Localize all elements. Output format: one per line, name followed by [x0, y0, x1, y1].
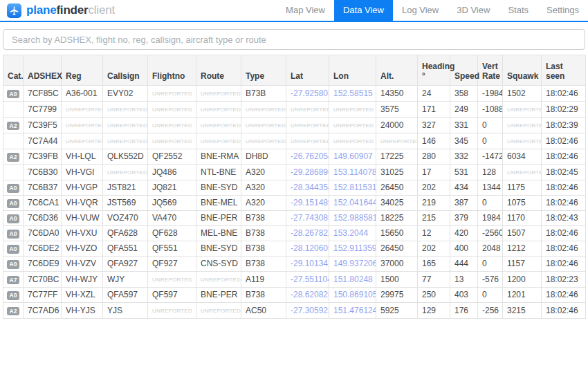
table-row[interactable]: A07C6DE2VH-VZOQFA551QF551BNE-SYDB738-28.… [3, 241, 586, 257]
lon-link[interactable]: 153.2044 [333, 228, 368, 238]
column-header-lat[interactable]: Lat [286, 55, 329, 86]
lat-link[interactable]: -28.620828 [291, 290, 329, 299]
search-input[interactable] [3, 29, 585, 50]
lon-link[interactable]: 149.937206 [333, 259, 376, 268]
cell-squawk: 1175 [503, 180, 542, 196]
cell-callsign: UNREPORTED [103, 118, 148, 133]
table-row[interactable]: A07C6B37VH-VGPJST821JQ821BNE-SYDA320-28.… [3, 180, 586, 196]
column-header-adshex[interactable]: ADSHEX [24, 55, 62, 86]
cell-heading: 17 [418, 165, 450, 180]
tab-map-view[interactable]: Map View [277, 0, 334, 21]
column-header-route[interactable]: Route [196, 55, 241, 86]
cell-flightno: UNREPORTED [148, 102, 196, 118]
table-row[interactable]: A77C70BCVH-WJYWJYUNREPORTEDUNREPORTEDA11… [3, 272, 586, 288]
cell-adshex: 7C70BC [24, 272, 62, 288]
column-header-squawk[interactable]: Squawk [503, 55, 542, 86]
cell-vert_rate: 0 [478, 133, 503, 149]
cell-adshex: 7C7799 [24, 102, 62, 118]
lat-link[interactable]: -29.151489 [291, 198, 329, 207]
tab-settings[interactable]: Settings [538, 0, 588, 21]
lat-link[interactable]: -28.267822 [291, 228, 329, 238]
column-header-type[interactable]: Type [241, 55, 286, 86]
lon-link[interactable]: 149.60907 [333, 151, 373, 161]
column-header-flightno[interactable]: Flightno [148, 55, 196, 86]
cell-lon: UNREPORTED [329, 133, 376, 149]
tab-log-view[interactable]: Log View [393, 0, 448, 21]
cell-speed: 331 [450, 118, 478, 133]
lon-link[interactable]: 153.114078 [333, 167, 376, 177]
column-header-last_seen[interactable]: Last seen [542, 55, 586, 86]
lat-link[interactable]: -27.551104 [291, 275, 329, 284]
column-header-reg[interactable]: Reg [62, 55, 103, 86]
column-header-alt[interactable]: Alt. [376, 55, 418, 86]
cell-flightno: VA470 [148, 211, 196, 226]
cell-adshex: 7C6DE2 [24, 241, 62, 257]
cell-heading: 12 [418, 226, 450, 241]
table-row[interactable]: A27C39F5UNREPORTEDUNREPORTEDUNREPORTEDUN… [3, 118, 586, 133]
cell-flightno: UNREPORTED [148, 272, 196, 288]
lat-link[interactable]: -28.344354 [291, 183, 329, 192]
unreported-label: UNREPORTED [66, 106, 103, 113]
cell-flightno: QF2552 [148, 149, 196, 165]
cell-last_seen: 18:02:39 [542, 118, 586, 133]
cell-vert_rate: 128 [478, 165, 503, 180]
column-header-cat[interactable]: Cat. [3, 55, 24, 86]
table-row[interactable]: 7C6B30VH-VGIUNREPORTEDJQ486NTL-BNEA320-2… [3, 165, 586, 180]
lat-link[interactable]: -27.925803 [291, 89, 329, 98]
lat-link[interactable]: -29.286896 [291, 167, 329, 177]
table-row[interactable]: 7C7A44UNREPORTEDUNREPORTEDUNREPORTEDUNRE… [3, 133, 586, 149]
table-row[interactable]: A07CF85CA36-001EVY02UNREPORTEDUNREPORTED… [3, 86, 586, 102]
column-header-lon[interactable]: Lon [329, 55, 376, 86]
lon-link[interactable]: 152.58515 [333, 89, 373, 98]
table-row[interactable]: A27C7AD6VH-YJSYJSUNREPORTEDUNREPORTEDAC5… [3, 303, 586, 319]
table-row[interactable]: A07C6DA0VH-VXUQFA628QF628MEL-BNEB738-28.… [3, 226, 586, 241]
lon-link[interactable]: 152.911359 [333, 243, 376, 253]
cell-adshex: 7C6DA0 [24, 226, 62, 241]
table-row[interactable]: A07C77FFVH-XZLQFA597QF597BNE-PERB738-28.… [3, 288, 586, 303]
cell-lat: -29.286896 [286, 165, 329, 180]
category-badge: A0 [7, 184, 20, 193]
cell-last_seen: 18:02:46 [542, 226, 586, 241]
cell-alt: 26450 [376, 241, 418, 257]
lon-link[interactable]: 152.988581 [333, 213, 376, 223]
cell-vert_rate: 1984 [478, 211, 503, 226]
lon-link[interactable]: 152.041644 [333, 198, 376, 207]
column-header-vert_rate[interactable]: Vert Rate [478, 55, 503, 86]
lat-link[interactable]: -27.305923 [291, 306, 329, 315]
table-header-row: Cat.ADSHEXRegCallsignFlightnoRouteTypeLa… [3, 55, 586, 86]
lat-link[interactable]: -28.120605 [291, 243, 329, 253]
table-row[interactable]: 7C7799UNREPORTEDUNREPORTEDUNREPORTEDUNRE… [3, 102, 586, 118]
lon-link[interactable]: 151.476124 [333, 306, 376, 315]
tab-3d-view[interactable]: 3D View [448, 0, 499, 21]
cell-alt: 1500 [376, 272, 418, 288]
cell-speed: 400 [450, 241, 478, 257]
tab-data-view[interactable]: Data View [334, 0, 393, 22]
column-header-heading[interactable]: Heading ° [418, 55, 450, 86]
cell-speed: 358 [450, 86, 478, 102]
unreported-label: UNREPORTED [380, 138, 418, 145]
table-row[interactable]: A27C39FBVH-LQLQLK552DQF2552BNE-RMADH8D-2… [3, 149, 586, 165]
cell-speed: 249 [450, 102, 478, 118]
category-badge: A0 [7, 291, 20, 300]
unreported-label: UNREPORTED [333, 122, 374, 129]
cell-adshex: 7C7A44 [24, 133, 62, 149]
lon-link[interactable]: 150.869105 [333, 290, 376, 299]
lat-link[interactable]: -27.743085 [291, 213, 329, 223]
cell-squawk: 1157 [503, 257, 542, 272]
column-header-callsign[interactable]: Callsign [103, 55, 148, 86]
lat-link[interactable]: -29.10134 [291, 259, 328, 268]
lon-link[interactable]: 151.80248 [333, 275, 373, 284]
lon-link[interactable]: 152.811531 [333, 183, 376, 192]
cell-heading: 77 [418, 272, 450, 288]
table-row[interactable]: A07C6CA1VH-VQRJST569JQ569BNE-MELA320-29.… [3, 196, 586, 211]
cell-adshex: 7C39FB [24, 149, 62, 165]
cell-lon: 152.911359 [329, 241, 376, 257]
lat-link[interactable]: -26.762054 [291, 151, 329, 161]
cell-lat: -27.743085 [286, 211, 329, 226]
cell-adshex: 7C6B30 [24, 165, 62, 180]
table-row[interactable]: A07C6D36VH-VUWVOZ470VA470BNE-PERB738-27.… [3, 211, 586, 226]
cell-vert_rate: 2048 [478, 241, 503, 257]
table-row[interactable]: A07C6DE9VH-VZVQFA927QF927CNS-SYDB738-29.… [3, 257, 586, 272]
tab-stats[interactable]: Stats [499, 0, 538, 21]
cell-type: A119 [241, 272, 286, 288]
